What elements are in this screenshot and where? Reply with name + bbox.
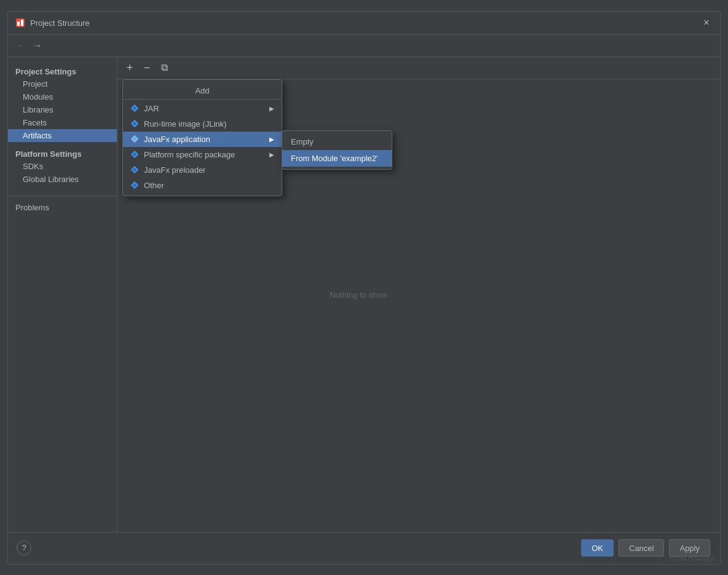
nav-bar: ← → — [8, 35, 720, 57]
sidebar-item-problems[interactable]: Problems — [8, 201, 117, 214]
menu-item-jar[interactable]: JAR ▶ — [123, 101, 282, 116]
apply-button[interactable]: Apply — [669, 539, 710, 557]
menu-item-other-label: Other — [144, 181, 164, 190]
add-dropdown-menu: Add JAR ▶ Run-time image (JLink) — [122, 79, 282, 196]
cancel-button[interactable]: Cancel — [619, 539, 664, 557]
sidebar-item-project[interactable]: Project — [8, 77, 117, 90]
sidebar: Project Settings Project Modules Librari… — [8, 57, 117, 532]
svg-rect-2 — [21, 20, 23, 26]
app-icon — [15, 18, 25, 28]
menu-item-runtime[interactable]: Run-time image (JLink) — [123, 116, 282, 132]
sidebar-item-modules[interactable]: Modules — [8, 90, 117, 103]
javafx-preloader-icon — [130, 165, 139, 174]
platform-settings-title: Platform Settings — [8, 147, 117, 160]
window-title: Project Structure — [30, 18, 700, 28]
jar-icon — [130, 104, 139, 113]
menu-item-javafx-preloader-label: JavaFx preloader — [144, 165, 205, 175]
menu-item-platform-package-label: Platform specific package — [144, 150, 235, 159]
javafx-app-icon — [130, 135, 139, 143]
forward-button[interactable]: → — [30, 38, 45, 53]
content-area: + − ⧉ Add JAR ▶ — [117, 57, 720, 532]
ok-button[interactable]: OK — [581, 539, 614, 557]
remove-button[interactable]: − — [140, 60, 154, 75]
help-button[interactable]: ? — [17, 541, 31, 555]
title-bar: Project Structure × — [8, 12, 720, 35]
menu-item-other[interactable]: Other — [123, 178, 282, 193]
menu-item-javafx-preloader[interactable]: JavaFx preloader — [123, 162, 282, 178]
main-content: Project Settings Project Modules Librari… — [8, 57, 720, 532]
menu-item-jar-label: JAR — [144, 104, 159, 113]
copy-button[interactable]: ⧉ — [157, 60, 172, 75]
sidebar-item-artifacts[interactable]: Artifacts — [8, 129, 117, 142]
platform-package-arrow: ▶ — [269, 151, 274, 158]
jar-arrow: ▶ — [269, 105, 274, 112]
other-icon — [130, 181, 139, 189]
sidebar-item-libraries[interactable]: Libraries — [8, 103, 117, 116]
add-button[interactable]: + — [122, 60, 137, 75]
javafx-app-arrow: ▶ — [269, 136, 274, 143]
sidebar-item-sdks[interactable]: SDKs — [8, 160, 117, 173]
runtime-icon — [130, 119, 139, 128]
javafx-app-submenu: Empty From Module 'example2' — [282, 130, 392, 170]
dropdown-title: Add — [123, 82, 282, 100]
menu-item-runtime-label: Run-time image (JLink) — [144, 119, 226, 129]
menu-item-javafx-app[interactable]: JavaFx application ▶ Empty From Module '… — [123, 132, 282, 147]
sidebar-item-facets[interactable]: Facets — [8, 116, 117, 129]
back-button[interactable]: ← — [13, 38, 28, 53]
submenu-item-from-module[interactable]: From Module 'example2' — [282, 150, 392, 167]
project-settings-title: Project Settings — [8, 65, 117, 77]
menu-item-javafx-app-label: JavaFx application — [144, 135, 210, 144]
menu-item-platform-package[interactable]: Platform specific package ▶ — [123, 147, 282, 162]
bottom-bar: OK Cancel Apply — [8, 532, 720, 564]
watermark: ©SDN ©Geekkin — [669, 556, 715, 563]
platform-package-icon — [130, 150, 139, 159]
sidebar-item-global-libraries[interactable]: Global Libraries — [8, 173, 117, 186]
close-button[interactable]: × — [700, 17, 713, 29]
svg-rect-1 — [17, 22, 20, 26]
nothing-label: Nothing to show — [330, 290, 387, 299]
content-toolbar: + − ⧉ — [117, 57, 720, 79]
submenu-item-empty[interactable]: Empty — [282, 133, 392, 150]
